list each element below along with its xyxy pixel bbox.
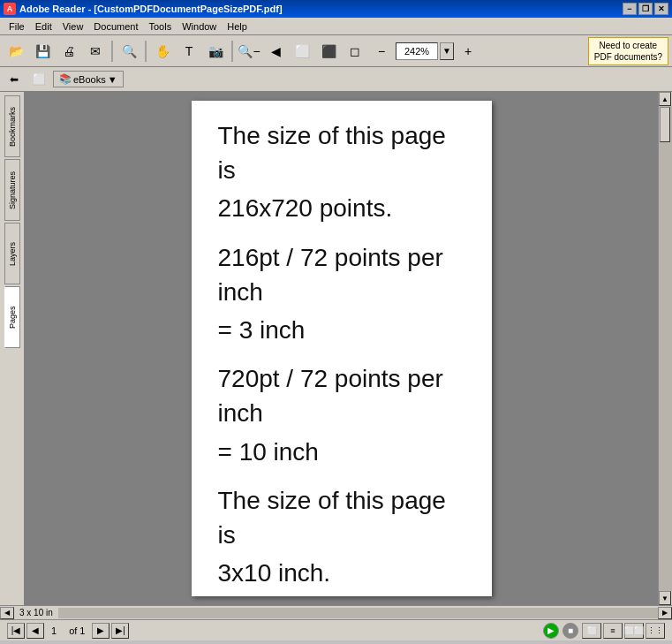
ebooks-icon: 📚 xyxy=(59,73,72,85)
next-page-button[interactable]: ▶ xyxy=(92,623,109,639)
snapshot-button[interactable]: 📷 xyxy=(203,39,228,64)
scrollbar-thumb[interactable] xyxy=(660,107,670,142)
hand-tool-button[interactable]: ✋ xyxy=(150,39,175,64)
close-button[interactable]: ✕ xyxy=(654,3,668,15)
menu-file[interactable]: File xyxy=(4,19,30,34)
pdf-line-9: 3 inch x 2.54 = 7.62 cm xyxy=(218,604,465,605)
left-tabs: Bookmarks Signatures Layers Pages xyxy=(0,92,25,605)
search-button[interactable]: 🔍 xyxy=(117,39,141,64)
scroll-down-button[interactable]: ▼ xyxy=(659,591,671,605)
page-of-label: of 1 xyxy=(64,625,90,636)
title-bar-text: Adobe Reader - [CustomPDFDocumentPageSiz… xyxy=(19,4,283,14)
ebooks-label: eBooks xyxy=(73,74,106,85)
zoom-dropdown-button[interactable]: ▼ xyxy=(440,42,454,60)
adobe-banner-line1: Need to create xyxy=(594,40,662,51)
nav-bar: |◀ ◀ 1 of 1 ▶ ▶| ▶ ■ ⬜ ≡ ⬜⬜ ⋮⋮ xyxy=(0,619,672,640)
app-icon: A xyxy=(4,3,16,15)
adobe-banner: Need to create PDF documents? xyxy=(588,37,668,65)
toolbar-separator-2 xyxy=(145,41,147,62)
actual-size-button[interactable]: ⬜ xyxy=(290,39,314,64)
print-button[interactable]: 🖨 xyxy=(57,39,81,64)
restore-button[interactable]: ❐ xyxy=(638,3,653,15)
adobe-banner-line2: PDF documents? xyxy=(594,51,662,63)
facing-view-button[interactable]: ⬜⬜ xyxy=(624,623,644,639)
last-page-button[interactable]: ▶| xyxy=(111,623,129,639)
first-page-button[interactable]: |◀ xyxy=(7,623,25,639)
continuous-facing-view-button[interactable]: ⋮⋮ xyxy=(646,623,665,639)
zoom-increase-button[interactable]: + xyxy=(456,39,480,64)
play-button[interactable]: ▶ xyxy=(543,623,559,639)
zoom-prev-button[interactable]: ◀ xyxy=(263,39,288,64)
pdf-line-5: 720pt / 72 points per inch xyxy=(218,361,465,430)
nav-right: ▶ ■ ⬜ ≡ ⬜⬜ ⋮⋮ xyxy=(543,623,665,639)
h-scrollbar: ◀ 3 x 10 in ▶ xyxy=(0,605,672,619)
current-page: 1 xyxy=(46,625,62,636)
menu-document[interactable]: Document xyxy=(88,19,143,34)
pdf-page: The size of this page is 216x720 points.… xyxy=(192,101,492,596)
save-button[interactable]: 💾 xyxy=(30,39,55,64)
menu-edit[interactable]: Edit xyxy=(30,19,57,34)
h-scrollbar-track[interactable] xyxy=(58,608,658,618)
prev-page-button[interactable]: ◀ xyxy=(26,623,44,639)
secondary-toolbar: ⬅ ⬜ 📚 eBooks ▼ xyxy=(0,67,672,92)
fit-width-button[interactable]: ◻ xyxy=(343,39,367,64)
scroll-up-button[interactable]: ▲ xyxy=(659,92,671,106)
fit-page-button[interactable]: ⬛ xyxy=(316,39,341,64)
pdf-line-4: = 3 inch xyxy=(218,313,465,347)
main-area: Bookmarks Signatures Layers Pages The si… xyxy=(0,92,672,605)
toolbar2-btn-2[interactable]: ⬜ xyxy=(28,70,49,89)
page-size-label: 3 x 10 in xyxy=(14,608,58,617)
right-scrollbar: ▲ ▼ xyxy=(658,92,672,605)
bookmarks-tab[interactable]: Bookmarks xyxy=(4,95,20,157)
pdf-line-7: The size of this page is xyxy=(218,483,465,552)
scroll-right-button[interactable]: ▶ xyxy=(658,607,672,619)
continuous-view-button[interactable]: ≡ xyxy=(603,623,623,639)
toolbar-separator-1 xyxy=(111,41,113,62)
pdf-line-3: 216pt / 72 points per inch xyxy=(218,240,465,309)
menu-window[interactable]: Window xyxy=(177,19,222,34)
select-text-button[interactable]: T xyxy=(177,39,201,64)
menu-bar: File Edit View Document Tools Window Hel… xyxy=(0,18,672,35)
zoom-decrease-button[interactable]: − xyxy=(369,39,394,64)
title-bar-left: A Adobe Reader - [CustomPDFDocumentPageS… xyxy=(4,3,283,15)
menu-help[interactable]: Help xyxy=(222,19,253,34)
toolbar-separator-3 xyxy=(231,41,233,62)
scroll-left-button[interactable]: ◀ xyxy=(0,607,14,619)
layers-tab[interactable]: Layers xyxy=(4,223,20,284)
pages-tab[interactable]: Pages xyxy=(4,286,20,348)
email-button[interactable]: ✉ xyxy=(83,39,108,64)
open-button[interactable]: 📂 xyxy=(4,39,28,64)
stop-button[interactable]: ■ xyxy=(563,623,578,639)
zoom-out-button[interactable]: 🔍− xyxy=(237,39,261,64)
minimize-button[interactable]: − xyxy=(623,3,637,15)
single-page-view-button[interactable]: ⬜ xyxy=(582,623,601,639)
nav-controls: |◀ ◀ 1 of 1 ▶ ▶| xyxy=(7,623,129,639)
menu-view[interactable]: View xyxy=(57,19,89,34)
pdf-line-6: = 10 inch xyxy=(218,435,465,469)
zoom-box: − ▼ + xyxy=(369,39,480,64)
ebooks-dropdown-icon: ▼ xyxy=(108,74,117,85)
title-bar-buttons: − ❐ ✕ xyxy=(623,3,668,15)
signatures-tab[interactable]: Signatures xyxy=(4,159,20,221)
pdf-line-8: 3x10 inch. xyxy=(218,556,465,590)
ebooks-button[interactable]: 📚 eBooks ▼ xyxy=(53,71,124,87)
scrollbar-track[interactable] xyxy=(659,106,672,591)
pdf-line-1: The size of this page is xyxy=(218,118,465,187)
title-bar: A Adobe Reader - [CustomPDFDocumentPageS… xyxy=(0,0,672,18)
page-view-buttons: ⬜ ≡ ⬜⬜ ⋮⋮ xyxy=(582,623,665,639)
pdf-content-area[interactable]: The size of this page is 216x720 points.… xyxy=(25,92,658,605)
menu-tools[interactable]: Tools xyxy=(144,19,177,34)
toolbar2-btn-1[interactable]: ⬅ xyxy=(4,70,25,89)
zoom-input[interactable] xyxy=(396,42,438,60)
main-toolbar: 📂 💾 🖨 ✉ 🔍 ✋ T 📷 🔍− ◀ ⬜ ⬛ ◻ − ▼ + Need to… xyxy=(0,35,672,67)
pdf-line-2: 216x720 points. xyxy=(218,191,465,225)
